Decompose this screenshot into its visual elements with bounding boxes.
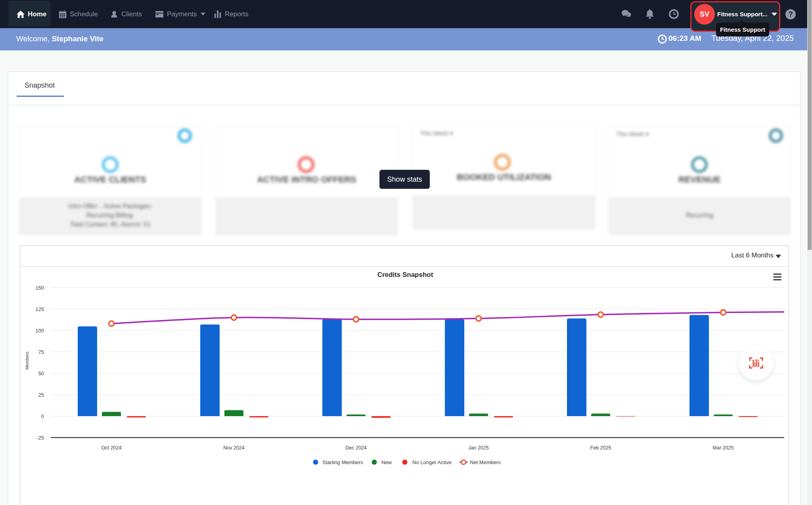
svg-text:Nov 2024: Nov 2024 (223, 445, 245, 451)
svg-text:100: 100 (35, 328, 44, 334)
svg-text:Jan 2025: Jan 2025 (468, 445, 488, 451)
svg-text:-25: -25 (36, 435, 44, 441)
svg-text:Net Members: Net Members (470, 459, 501, 465)
svg-text:75: 75 (38, 349, 44, 355)
svg-text:Oct 2024: Oct 2024 (102, 445, 122, 451)
svg-text:Members: Members (25, 351, 29, 370)
svg-text:Mar 2025: Mar 2025 (713, 445, 734, 451)
svg-text:50: 50 (38, 371, 44, 376)
svg-text:Credits Snapshot: Credits Snapshot (377, 271, 433, 278)
svg-text:125: 125 (35, 306, 44, 312)
svg-text:Dec 2024: Dec 2024 (345, 445, 367, 451)
svg-text:No Longer Active: No Longer Active (412, 459, 452, 465)
svg-text:25: 25 (38, 392, 44, 398)
svg-text:150: 150 (35, 285, 44, 291)
svg-text:New: New (381, 459, 392, 465)
svg-text:Feb 2025: Feb 2025 (590, 445, 611, 451)
svg-text:Starting Members: Starting Members (322, 459, 363, 465)
svg-text:0: 0 (41, 413, 44, 419)
